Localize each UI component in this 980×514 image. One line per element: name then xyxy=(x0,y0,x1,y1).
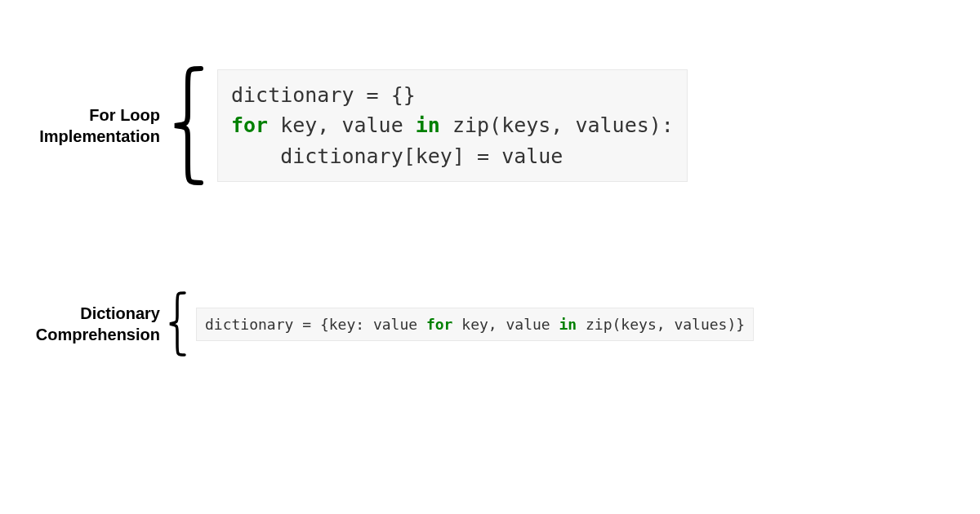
keyword-in: in xyxy=(416,113,440,137)
code-text: zip(keys, values)} xyxy=(577,316,745,333)
code-text: key, value xyxy=(452,316,559,333)
code-text: dictionary = {} xyxy=(231,83,416,107)
code-text: key, value xyxy=(268,113,416,137)
code-text: dictionary = {key: value xyxy=(205,316,426,333)
keyword-for: for xyxy=(426,316,453,333)
keyword-for: for xyxy=(231,113,268,137)
keyword-in: in xyxy=(559,316,577,333)
dictcomp-section: Dictionary Comprehension dictionary = {k… xyxy=(23,290,754,358)
forloop-label: For Loop Implementation xyxy=(23,104,160,147)
code-text: zip(keys, values): xyxy=(440,113,674,137)
code-text: dictionary[key] = value xyxy=(231,144,563,168)
dictcomp-code-block: dictionary = {key: value for key, value … xyxy=(196,308,754,341)
brace-icon xyxy=(165,290,189,358)
brace-icon xyxy=(165,64,211,188)
dictcomp-label: Dictionary Comprehension xyxy=(23,303,160,345)
forloop-section: For Loop Implementation dictionary = {} … xyxy=(23,64,688,188)
forloop-code-block: dictionary = {} for key, value in zip(ke… xyxy=(217,69,688,183)
